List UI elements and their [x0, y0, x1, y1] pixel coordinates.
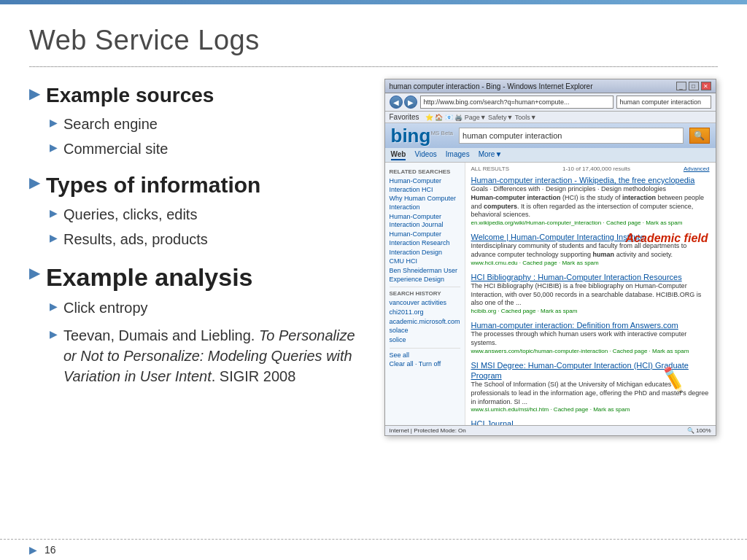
left-sidebar: RELATED SEARCHES Human-Computer Interact… — [385, 163, 465, 432]
advanced-link[interactable]: Advanced — [684, 166, 710, 172]
result-2: Welcome | Human-Computer Interacting Ins… — [471, 232, 710, 266]
bing-header: bingMS Beta human computer interaction 🔍 — [385, 123, 716, 148]
history-link-2[interactable]: chi2011.org — [390, 308, 460, 317]
result-1-title[interactable]: Human-computer interaction - Wikipedia, … — [471, 175, 710, 185]
arrow-icon-3a: ▶ — [50, 300, 58, 312]
section1-item1-label: Search engine — [63, 114, 158, 134]
right-column: human computer interaction - Bing - Wind… — [382, 79, 718, 524]
result-3-url: hcibib.org · Cached page · Mark as spam — [471, 308, 710, 314]
section1-heading: ▶ Example sources — [29, 83, 368, 108]
sidebar-link-5[interactable]: Interaction Design — [390, 249, 460, 257]
close-btn[interactable]: ✕ — [701, 82, 711, 90]
title-divider — [29, 66, 718, 67]
sidebar-link-3[interactable]: Human-Computer Interaction Journal — [390, 213, 460, 230]
maximize-btn[interactable]: □ — [689, 82, 699, 90]
arrow-icon-2a: ▶ — [50, 207, 58, 219]
ie-addressbar: ◀ ▶ http://www.bing.com/search?q=human+c… — [385, 93, 716, 112]
left-column: ▶ Example sources ▶ Search engine ▶ Comm… — [29, 79, 368, 524]
footer: ▶ 16 — [0, 539, 747, 560]
ie-toolbar: Favorites ⭐ 🏠 📧 🖨️ Page▼ Safety▼ Tools▼ — [385, 112, 716, 123]
section3-label: Example analysis — [46, 262, 253, 292]
section2-item2: ▶ Results, ads, products — [50, 229, 368, 249]
sidebar-link-7[interactable]: Ben Shneiderman User Experience Design — [390, 267, 460, 284]
results-tab-all: ALL RESULTS — [471, 166, 509, 172]
see-all-link[interactable]: See all — [390, 351, 460, 360]
section1-label: Example sources — [46, 83, 214, 108]
sidebar-link-1[interactable]: Human-Computer Interaction HCI — [390, 177, 460, 194]
arrow-icon-1b: ▶ — [50, 141, 58, 153]
url-bar[interactable]: http://www.bing.com/search?q=human+compu… — [420, 96, 614, 109]
history-link-4[interactable]: solace — [390, 327, 460, 335]
section2-heading: ▶ Types of information — [29, 172, 368, 198]
academic-field-highlight: Academic field — [626, 232, 708, 245]
toolbar-icons: ⭐ 🏠 📧 🖨️ Page▼ Safety▼ Tools▼ — [425, 114, 537, 121]
main-body: ▶ Example sources ▶ Search engine ▶ Comm… — [29, 79, 718, 524]
clear-all-link[interactable]: Clear all · Turn off — [390, 360, 460, 369]
bing-tab-videos[interactable]: Videos — [414, 149, 436, 160]
section1-item2: ▶ Commercial site — [50, 139, 368, 159]
arrow-icon-1a: ▶ — [50, 117, 58, 128]
arrow-icon-2: ▶ — [29, 174, 40, 191]
arrow-icon-2b: ▶ — [50, 232, 58, 244]
slide: Web Service Logs ▶ Example sources ▶ Sea… — [0, 0, 747, 560]
ie-titlebar: human computer interaction - Bing - Wind… — [385, 79, 716, 93]
minimize-btn[interactable]: _ — [676, 82, 686, 90]
section3-item2: ▶ Teevan, Dumais and Liebling. To Person… — [50, 325, 368, 386]
section3-item1-label: Click entropy — [63, 298, 148, 318]
result-4-desc: The processes through which human users … — [471, 330, 710, 347]
sidebar-link-2[interactable]: Why Human Computer Interaction — [390, 195, 460, 211]
result-2-url: www.hcii.cmu.edu · Cached page · Mark as… — [471, 260, 710, 266]
related-searches-title: RELATED SEARCHES — [390, 168, 460, 175]
result-4-url: www.answers.com/topic/human-computer-int… — [471, 348, 710, 354]
bing-tab-more[interactable]: More▼ — [479, 149, 503, 160]
sidebar-divider — [390, 287, 460, 287]
status-text: Internet | Protected Mode: On — [390, 427, 466, 434]
bing-tab-images[interactable]: Images — [446, 149, 470, 160]
back-button[interactable]: ◀ — [390, 96, 403, 109]
sidebar-link-6[interactable]: CMU HCI — [390, 257, 460, 266]
section2-item2-label: Results, ads, products — [63, 229, 208, 249]
result-1-desc: Goals · Differences with · Design princi… — [471, 185, 710, 219]
section3-item2-suffix: . SIGIR 2008 — [212, 368, 296, 384]
section2-item1: ▶ Queries, clicks, edits — [50, 204, 368, 225]
zoom-level: 🔍 100% — [687, 427, 711, 434]
bing-tab-web[interactable]: Web — [391, 149, 406, 160]
ie-title-text: human computer interaction - Bing - Wind… — [390, 82, 593, 90]
result-1-bold: Human-computer interaction — [471, 194, 561, 201]
ie-search-bar[interactable]: human computer interaction — [616, 96, 711, 109]
result-1: Human-computer interaction - Wikipedia, … — [471, 175, 710, 226]
results-header: ALL RESULTS 1-10 of 17,400,000 results A… — [471, 166, 710, 172]
result-4: Human-computer interaction: Definition f… — [471, 320, 710, 354]
arrow-icon-3: ▶ — [29, 264, 40, 281]
result-3: HCI Bibliography : Human-Computer Intera… — [471, 272, 710, 314]
arrow-icon-1: ▶ — [29, 85, 40, 102]
result-5-url: www.si.umich.edu/msi/hci.htm · Cached pa… — [471, 406, 710, 413]
forward-button[interactable]: ▶ — [404, 96, 417, 109]
slide-title: Web Service Logs — [29, 25, 718, 56]
section3-item2-label: Teevan, Dumais and Liebling. To Personal… — [63, 325, 368, 386]
section2-label: Types of information — [46, 172, 260, 198]
slide-content: Web Service Logs ▶ Example sources ▶ Sea… — [0, 4, 747, 539]
history-link-5[interactable]: solice — [390, 336, 460, 345]
section2-item1-label: Queries, clicks, edits — [63, 204, 197, 225]
bing-search-box[interactable]: human computer interaction — [459, 128, 683, 144]
bing-nav: Web Videos Images More▼ — [385, 148, 716, 163]
result-3-desc: The HCI Bibliography (HCIBIB) is a free … — [471, 282, 710, 308]
favorites-btn[interactable]: Favorites — [390, 113, 419, 121]
result-1-url: en.wikipedia.org/wiki/Human-computer_int… — [471, 219, 710, 226]
section1-item1: ▶ Search engine — [50, 114, 368, 134]
result-3-title[interactable]: HCI Bibliography : Human-Computer Intera… — [471, 272, 710, 282]
section3-item1: ▶ Click entropy — [50, 298, 368, 318]
ie-statusbar: Internet | Protected Mode: On 🔍 100% — [385, 425, 716, 435]
section1-item2-label: Commercial site — [63, 139, 168, 159]
history-link-3[interactable]: academic.microsoft.com — [390, 318, 460, 327]
browser-screenshot: human computer interaction - Bing - Wind… — [384, 79, 716, 436]
footer-arrow-icon: ▶ — [29, 544, 37, 556]
history-link-1[interactable]: vancouver activities — [390, 299, 460, 308]
arrow-icon-3b: ▶ — [50, 328, 58, 340]
bing-search-button[interactable]: 🔍 — [689, 128, 710, 144]
section3-heading: ▶ Example analysis — [29, 262, 368, 292]
sidebar-link-4[interactable]: Human-Computer Interaction Research — [390, 230, 460, 247]
result-4-title[interactable]: Human-computer interaction: Definition f… — [471, 320, 710, 330]
footer-page-number: 16 — [44, 544, 56, 556]
